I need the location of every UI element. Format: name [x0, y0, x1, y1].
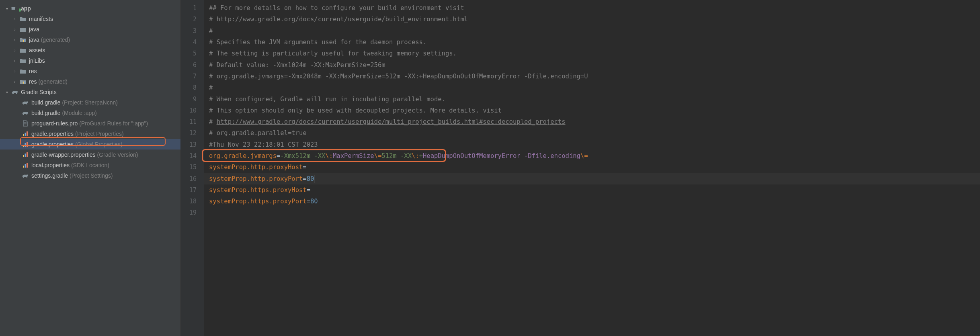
code-content[interactable]: ## For more details on how to configure … [204, 0, 980, 336]
properties-icon [22, 151, 29, 158]
tree-item-gradle-file[interactable]: gradle.properties(Project Properties) [0, 129, 180, 139]
line-number: 13 [181, 139, 204, 150]
code-text: # This option should only be used with d… [209, 107, 502, 114]
code-value: 512m -XX [381, 152, 412, 160]
folder-icon [19, 57, 27, 64]
gradle-elephant-icon [22, 99, 29, 106]
svg-rect-10 [27, 131, 28, 136]
tree-label: Gradle Scripts [21, 89, 57, 95]
folder-icon [19, 15, 27, 23]
text-caret [314, 175, 314, 183]
code-escape: \: [412, 152, 419, 160]
line-number: 18 [181, 196, 204, 207]
properties-icon [22, 162, 29, 169]
tree-label: java [29, 37, 39, 43]
tree-item-gradle-scripts[interactable]: ▾ Gradle Scripts [0, 87, 180, 97]
line-number: 15 [181, 162, 204, 173]
code-key: systemProp.http.proxyPort [209, 175, 303, 182]
tree-label: proguard-rules.pro [31, 120, 78, 127]
code-link[interactable]: http://www.gradle.org/docs/current/userg… [217, 16, 468, 23]
project-tree-sidebar: ▾ app ›manifests›java›java(generated)›as… [0, 0, 181, 336]
tree-label: gradle.properties [31, 141, 74, 148]
folder-icon [19, 36, 27, 43]
code-value: 80 [310, 198, 318, 205]
code-editor[interactable]: 12345678910111213141516171819 ## For mor… [181, 0, 980, 336]
code-text: #Thu Nov 23 22:18:01 CST 2023 [209, 141, 318, 148]
folder-icon [19, 47, 27, 54]
tree-item-folder[interactable]: ›assets [0, 45, 180, 55]
tree-item-gradle-file[interactable]: build.gradle(Module :app) [0, 108, 180, 118]
properties-icon [22, 130, 29, 137]
code-text: # org.gradle.jvmargs=-Xmx2048m -XX:MaxPe… [209, 73, 588, 80]
code-value: MaxPermSize [333, 152, 374, 160]
gradle-elephant-icon [11, 88, 18, 96]
code-escape: \= [580, 152, 588, 160]
line-number: 2 [181, 14, 204, 25]
code-key: systemProp.https.proxyPort [209, 198, 307, 205]
tree-item-gradle-file[interactable]: local.properties(SDK Location) [0, 160, 180, 170]
tree-item-folder[interactable]: ›res(generated) [0, 76, 180, 87]
properties-icon [22, 141, 29, 148]
code-value: HeapDumpOnOutOfMemoryError -Dfile.encodi… [423, 152, 580, 160]
code-text: # The setting is particularly useful for… [209, 50, 457, 57]
tree-item-gradle-file[interactable]: gradle-wrapper.properties(Gradle Version… [0, 150, 180, 160]
svg-rect-2 [25, 39, 25, 42]
tree-label: gradle.properties [31, 131, 74, 137]
folder-icon [19, 26, 27, 33]
tree-item-app-module[interactable]: ▾ app [0, 3, 180, 14]
code-value: -Xmx512m -XX [280, 152, 325, 160]
svg-rect-16 [27, 152, 28, 157]
tree-note: (Global Properties) [75, 141, 123, 148]
tree-item-folder[interactable]: ›res [0, 66, 180, 76]
tree-item-folder[interactable]: ›java(generated) [0, 35, 180, 45]
tree-label: res [29, 68, 37, 74]
tree-label: local.properties [31, 162, 70, 168]
tree-item-gradle-file[interactable]: gradle.properties(Global Properties) [0, 139, 180, 150]
chevron-right-icon: › [12, 58, 18, 64]
line-number: 17 [181, 184, 204, 196]
folder-icon [19, 68, 27, 75]
line-number: 16 [181, 173, 204, 184]
tree-item-gradle-file[interactable]: build.gradle(Project: SherpaNcnn) [0, 97, 180, 108]
code-text: # [209, 118, 217, 125]
svg-rect-19 [27, 163, 28, 168]
line-number: 5 [181, 48, 204, 59]
tree-item-gradle-file[interactable]: proguard-rules.pro(ProGuard Rules for ":… [0, 118, 180, 129]
line-number: 1 [181, 2, 204, 14]
code-key: org.gradle.jvmargs [209, 152, 277, 160]
code-text: # [209, 84, 213, 91]
line-number: 11 [181, 116, 204, 127]
line-number-gutter: 12345678910111213141516171819 [181, 0, 204, 336]
code-value: 80 [307, 175, 314, 182]
module-icon [11, 5, 18, 12]
folder-icon [19, 78, 27, 85]
tree-item-folder[interactable]: ›manifests [0, 14, 180, 24]
line-number: 6 [181, 59, 204, 70]
code-value: + [419, 152, 423, 160]
code-link[interactable]: http://www.gradle.org/docs/current/userg… [217, 118, 566, 125]
tree-label: gradle-wrapper.properties [31, 152, 96, 158]
line-number: 12 [181, 127, 204, 139]
svg-rect-17 [23, 166, 24, 168]
tree-note: (SDK Location) [71, 162, 109, 168]
tree-item-folder[interactable]: ›java [0, 24, 180, 35]
svg-rect-18 [25, 164, 26, 168]
tree-label: app [21, 5, 31, 12]
chevron-right-icon: › [12, 27, 18, 32]
svg-rect-1 [23, 40, 24, 42]
code-escape: \: [325, 152, 333, 160]
tree-label: jniLibs [29, 57, 45, 64]
tree-label: build.gradle [31, 99, 60, 106]
line-number: 3 [181, 25, 204, 37]
line-number: 10 [181, 105, 204, 116]
tree-item-gradle-file[interactable]: settings.gradle(Project Settings) [0, 170, 180, 181]
code-text: # [209, 16, 217, 23]
svg-rect-4 [25, 81, 25, 84]
tree-note: (Project: SherpaNcnn) [62, 99, 118, 106]
code-text: ## For more details on how to configure … [209, 4, 464, 12]
code-text: # [209, 27, 213, 35]
tree-item-folder[interactable]: ›jniLibs [0, 55, 180, 66]
line-number: 4 [181, 37, 204, 48]
code-key: systemProp.http.proxyHost [209, 164, 303, 171]
tree-label: assets [29, 47, 45, 53]
